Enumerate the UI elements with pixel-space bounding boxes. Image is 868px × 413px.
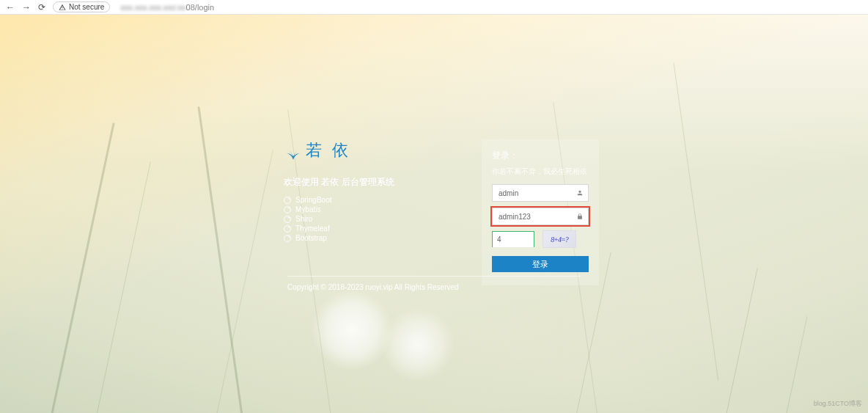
security-label: Not secure [69, 3, 104, 11]
lock-icon [576, 210, 584, 223]
browser-bar: ← → ⟳ Not secure xxx.xxx.xxx.xxx:xx08/lo… [0, 0, 868, 15]
feature-item: Shiro [284, 215, 438, 223]
feature-list: SpringBoot Mybatis Shiro Thymeleaf Boots… [284, 196, 438, 242]
url-hidden: xxx.xxx.xxx.xxx:xx [120, 3, 185, 12]
security-badge[interactable]: Not secure [53, 1, 110, 12]
password-input[interactable] [493, 208, 588, 224]
page-background: 若 依 欢迎使用 若依 后台管理系统 SpringBoot Mybatis Sh… [0, 15, 868, 413]
url-bar[interactable]: xxx.xxx.xxx.xxx:xx08/login [120, 3, 214, 12]
feature-item: SpringBoot [284, 196, 438, 204]
login-subtitle: 你若不离不弃，我必生死相依 [492, 167, 589, 177]
feature-item: Bootstrap [284, 234, 438, 242]
forward-button[interactable]: → [22, 2, 31, 12]
user-icon [576, 186, 584, 200]
login-title: 登录： [492, 150, 589, 162]
feature-item: Thymeleaf [284, 224, 438, 233]
intro-column: 若 依 欢迎使用 若依 后台管理系统 SpringBoot Mybatis Sh… [284, 139, 438, 244]
brand-name: 若 依 [306, 139, 351, 161]
logo-icon [284, 148, 303, 161]
captcha-input[interactable] [493, 233, 534, 247]
warning-icon [59, 4, 66, 11]
reload-button[interactable]: ⟳ [38, 2, 45, 12]
username-row [492, 184, 589, 202]
watermark: blog.51CTO博客 [814, 399, 862, 409]
login-button[interactable]: 登录 [492, 256, 589, 272]
brand: 若 依 [284, 139, 438, 161]
url-suffix: 08/login [186, 3, 215, 12]
username-input[interactable] [493, 185, 588, 201]
back-button[interactable]: ← [6, 2, 15, 12]
password-row [492, 208, 589, 225]
captcha-input-wrap [492, 231, 534, 247]
login-panel: 登录： 你若不离不弃，我必生死相依 8+4=? 登录 [482, 139, 599, 285]
feature-item: Mybatis [284, 205, 438, 213]
welcome-text: 欢迎使用 若依 后台管理系统 [284, 176, 438, 189]
captcha-image[interactable]: 8+4=? [543, 231, 575, 247]
captcha-row: 8+4=? [492, 231, 589, 247]
